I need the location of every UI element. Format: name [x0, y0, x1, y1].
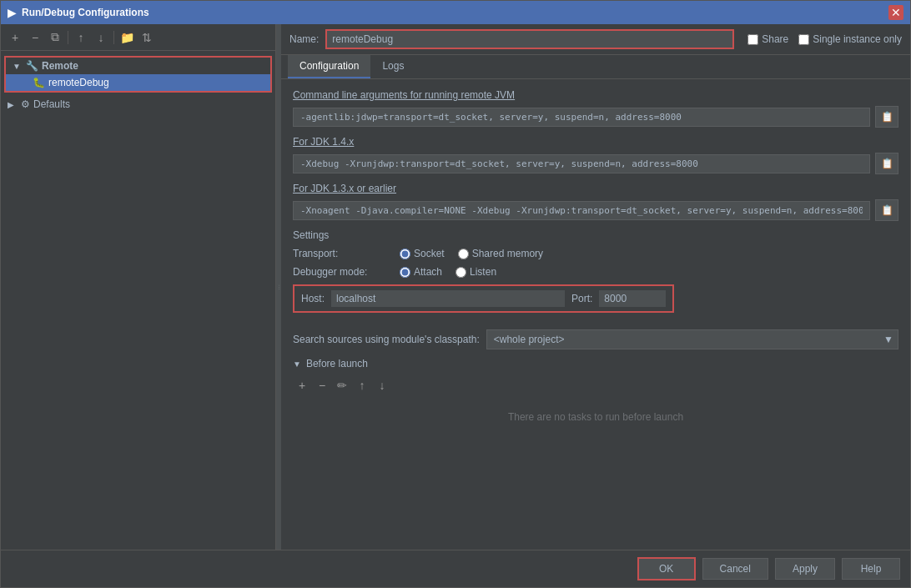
cmd-jdk5-row: 📋 — [293, 106, 898, 128]
transport-memory-label: Shared memory — [472, 248, 543, 259]
window-icon: ▶ — [8, 6, 17, 19]
port-input[interactable] — [599, 290, 666, 307]
classpath-select-wrapper: <whole project> ▼ — [486, 329, 898, 349]
host-input[interactable] — [331, 290, 565, 307]
cmd-jdk5-field[interactable] — [293, 108, 870, 127]
tab-logs[interactable]: Logs — [370, 55, 415, 78]
remove-config-button[interactable]: − — [26, 28, 44, 47]
transport-memory-option[interactable]: Shared memory — [458, 248, 543, 259]
single-instance-checkbox-group[interactable]: Single instance only — [798, 33, 902, 45]
defaults-item[interactable]: ▶ ⚙ Defaults — [1, 96, 275, 113]
remote-type-icon: 🔧 — [26, 60, 38, 72]
window-title: Run/Debug Configurations — [22, 7, 883, 18]
copy-config-button[interactable]: ⧉ — [46, 28, 64, 47]
mode-attach-radio[interactable] — [400, 267, 410, 278]
transport-memory-radio[interactable] — [458, 249, 469, 259]
name-input-wrapper — [325, 29, 734, 49]
debugger-mode-row: Debugger mode: Attach Listen — [293, 266, 898, 278]
remote-debug-item[interactable]: 🐛 remoteDebug — [6, 74, 270, 91]
cancel-button[interactable]: Cancel — [702, 558, 768, 580]
add-config-button[interactable]: + — [6, 28, 24, 47]
cmd-section-label: Command line arguments for running remot… — [293, 89, 898, 101]
classpath-label: Search sources using module's classpath: — [293, 334, 480, 345]
run-debug-window: ▶ Run/Debug Configurations ✕ + − ⧉ ↑ ↓ 📁… — [0, 0, 911, 588]
header-options: Share Single instance only — [747, 33, 902, 45]
cmd-jdk13-row: 📋 — [293, 199, 898, 221]
defaults-label: Defaults — [33, 98, 70, 110]
expand-remote-icon: ▼ — [13, 62, 23, 71]
toolbar-divider-2 — [113, 31, 114, 44]
ok-button[interactable]: OK — [637, 557, 696, 580]
copy-jdk14-button[interactable]: 📋 — [875, 153, 898, 174]
classpath-row: Search sources using module's classpath:… — [293, 329, 898, 349]
before-launch-label: Before launch — [306, 358, 368, 369]
add-task-button[interactable]: + — [293, 376, 311, 395]
help-button[interactable]: Help — [842, 558, 900, 580]
tabs-bar: Configuration Logs — [281, 55, 910, 79]
move-up-button[interactable]: ↑ — [72, 28, 90, 47]
transport-radio-group: Socket Shared memory — [400, 248, 543, 259]
share-checkbox-group[interactable]: Share — [747, 33, 788, 45]
title-bar: ▶ Run/Debug Configurations ✕ — [1, 1, 910, 24]
config-panel: Command line arguments for running remot… — [281, 79, 910, 550]
mode-listen-label: Listen — [470, 266, 496, 278]
name-bar: Name: Share Single instance only — [281, 24, 910, 55]
before-launch-section: ▼ Before launch + − ✏ ↑ ↓ There are no t… — [293, 358, 898, 423]
single-instance-checkbox[interactable] — [798, 34, 809, 45]
cmd-jdk14-field[interactable] — [293, 154, 870, 173]
expand-defaults-icon: ▶ — [8, 100, 18, 109]
no-tasks-text: There are no tasks to run before launch — [293, 411, 898, 423]
apply-button[interactable]: Apply — [775, 558, 835, 580]
tab-configuration[interactable]: Configuration — [288, 55, 370, 78]
share-label: Share — [762, 33, 788, 45]
task-up-button[interactable]: ↑ — [353, 376, 371, 395]
transport-socket-label: Socket — [414, 248, 445, 259]
remote-debug-label: remoteDebug — [48, 77, 109, 88]
bottom-bar: OK Cancel Apply Help — [1, 550, 910, 587]
debugger-mode-radio-group: Attach Listen — [400, 266, 496, 278]
close-button[interactable]: ✕ — [888, 5, 903, 20]
transport-socket-radio[interactable] — [400, 249, 410, 259]
transport-label: Transport: — [293, 248, 393, 259]
name-input[interactable] — [327, 31, 732, 48]
debug-config-icon: 🐛 — [33, 77, 45, 88]
mode-listen-radio[interactable] — [456, 267, 466, 278]
mode-attach-option[interactable]: Attach — [400, 266, 442, 278]
task-down-button[interactable]: ↓ — [373, 376, 391, 395]
defaults-icon: ⚙ — [21, 98, 30, 110]
move-down-button[interactable]: ↓ — [92, 28, 110, 47]
classpath-select[interactable]: <whole project> — [486, 329, 898, 349]
share-checkbox[interactable] — [747, 34, 758, 45]
remote-group: ▼ 🔧 Remote 🐛 remoteDebug — [4, 56, 272, 93]
remove-task-button[interactable]: − — [313, 376, 331, 395]
settings-section: Settings Transport: Socket Shared memory — [293, 229, 898, 349]
port-label: Port: — [571, 293, 592, 304]
remote-group-item[interactable]: ▼ 🔧 Remote — [6, 58, 270, 74]
before-launch-collapse-icon: ▼ — [293, 359, 301, 369]
cmd-jdk14-row: 📋 — [293, 153, 898, 174]
toolbar-divider-1 — [68, 31, 68, 44]
edit-task-button[interactable]: ✏ — [333, 376, 351, 395]
left-toolbar: + − ⧉ ↑ ↓ 📁 ⇅ — [1, 24, 275, 51]
mode-attach-label: Attach — [414, 266, 442, 278]
transport-socket-option[interactable]: Socket — [400, 248, 445, 259]
before-launch-toolbar: + − ✏ ↑ ↓ — [293, 376, 898, 395]
copy-jdk5-button[interactable]: 📋 — [875, 106, 898, 128]
cmd-jdk14-label: For JDK 1.4.x — [293, 136, 898, 148]
transport-row: Transport: Socket Shared memory — [293, 248, 898, 259]
settings-label: Settings — [293, 229, 898, 241]
cmd-section: Command line arguments for running remot… — [293, 89, 898, 221]
left-panel: + − ⧉ ↑ ↓ 📁 ⇅ ▼ 🔧 Remote 🐛 — [1, 24, 276, 550]
folder-button[interactable]: 📁 — [118, 28, 136, 47]
remote-label: Remote — [42, 60, 78, 72]
host-label: Host: — [301, 293, 325, 304]
host-port-row: Host: Port: — [293, 284, 674, 313]
sort-button[interactable]: ⇅ — [138, 28, 156, 47]
copy-jdk13-button[interactable]: 📋 — [875, 199, 898, 221]
before-launch-header: ▼ Before launch — [293, 358, 898, 369]
right-panel: Name: Share Single instance only — [281, 24, 910, 550]
single-instance-label: Single instance only — [813, 33, 902, 45]
main-content: + − ⧉ ↑ ↓ 📁 ⇅ ▼ 🔧 Remote 🐛 — [1, 24, 910, 550]
cmd-jdk13-field[interactable] — [293, 201, 870, 220]
mode-listen-option[interactable]: Listen — [456, 266, 496, 278]
